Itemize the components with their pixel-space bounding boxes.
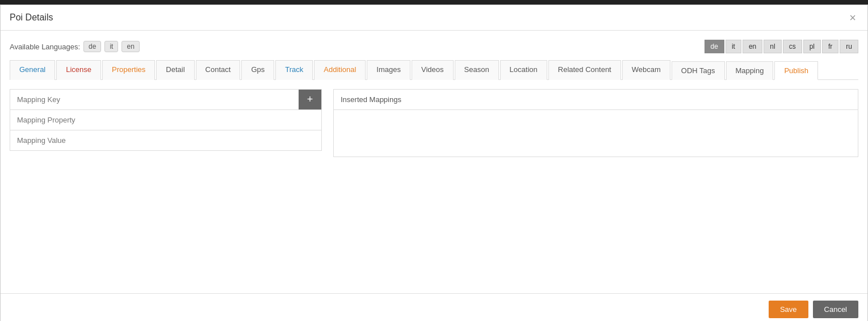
lang-btn-de[interactable]: de — [705, 40, 724, 53]
tabs-row: General License Properties Detail Contac… — [10, 60, 858, 80]
save-button[interactable]: Save — [769, 301, 808, 318]
lang-btn-fr[interactable]: fr — [822, 40, 838, 53]
dialog-title: Poi Details — [10, 12, 53, 23]
tab-webcam[interactable]: Webcam — [622, 60, 670, 80]
inserted-mappings-panel: Inserted Mappings — [333, 89, 858, 284]
dialog-body: Available Languages: de it en de it en n… — [1, 31, 867, 293]
dialog-footer: Save Cancel — [1, 293, 867, 321]
tab-publish[interactable]: Publish — [774, 61, 818, 80]
tab-videos[interactable]: Videos — [412, 60, 454, 80]
inserted-mappings-header: Inserted Mappings — [334, 90, 858, 110]
language-buttons: de it en nl cs pl fr ru — [705, 40, 858, 53]
lang-btn-ru[interactable]: ru — [840, 40, 858, 53]
languages-left: Available Languages: de it en — [10, 41, 140, 52]
lang-tag-de: de — [83, 41, 101, 52]
mapping-content: + Inserted Mappings — [10, 89, 858, 284]
tab-mapping[interactable]: Mapping — [726, 61, 774, 80]
dialog-header: Poi Details × — [1, 5, 867, 31]
poi-details-dialog: Poi Details × Available Languages: de it… — [0, 5, 868, 321]
mapping-property-input[interactable] — [10, 109, 322, 130]
tab-properties[interactable]: Properties — [102, 60, 155, 80]
tab-general[interactable]: General — [10, 60, 55, 80]
tab-detail[interactable]: Detail — [156, 60, 194, 80]
tab-license[interactable]: License — [56, 60, 101, 80]
lang-tag-en: en — [121, 41, 139, 52]
tab-gps[interactable]: Gps — [241, 60, 274, 80]
inserted-mappings-box: Inserted Mappings — [333, 89, 858, 157]
mapping-key-input[interactable] — [10, 90, 299, 109]
lang-tag-it: it — [104, 41, 118, 52]
lang-btn-it[interactable]: it — [726, 40, 741, 53]
mapping-key-row: + — [10, 89, 322, 109]
languages-row: Available Languages: de it en de it en n… — [10, 40, 858, 53]
tab-season[interactable]: Season — [455, 60, 499, 80]
tab-images[interactable]: Images — [367, 60, 410, 80]
tab-odh-tags[interactable]: ODH Tags — [672, 61, 725, 80]
lang-btn-nl[interactable]: nl — [764, 40, 781, 53]
lang-btn-en[interactable]: en — [743, 40, 762, 53]
lang-btn-pl[interactable]: pl — [803, 40, 821, 53]
tab-location[interactable]: Location — [500, 60, 547, 80]
languages-label: Available Languages: — [10, 43, 80, 51]
mapping-form: + — [10, 89, 322, 284]
inserted-mappings-body — [334, 110, 858, 157]
tab-additional[interactable]: Additional — [314, 60, 366, 80]
cancel-button[interactable]: Cancel — [813, 301, 858, 318]
tab-track[interactable]: Track — [275, 60, 313, 80]
tab-related-content[interactable]: Related Content — [548, 60, 621, 80]
mapping-value-input[interactable] — [10, 130, 322, 151]
lang-btn-cs[interactable]: cs — [783, 40, 802, 53]
add-mapping-button[interactable]: + — [299, 90, 321, 109]
close-button[interactable]: × — [847, 12, 858, 23]
tab-contact[interactable]: Contact — [196, 60, 241, 80]
